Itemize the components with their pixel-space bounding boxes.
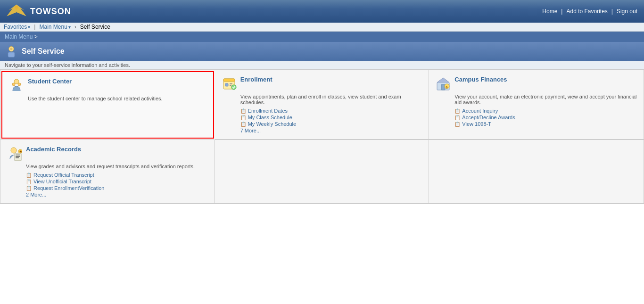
header-nav: Home | Add to Favorites | Sign out <box>540 7 639 16</box>
request-official-transcript-item: 📋 Request Official Transcript <box>26 172 208 178</box>
bottom-area <box>0 204 644 304</box>
campus-finances-desc: View your account, make an electronic pa… <box>454 94 637 105</box>
my-weekly-schedule-link[interactable]: My Weekly Schedule <box>248 121 297 127</box>
academic-records-header: ★ Academic Records <box>7 146 208 161</box>
favorites-arrow-icon: ▾ <box>28 25 30 30</box>
main-menu-arrow-icon: ▾ <box>68 25 71 30</box>
student-center-link[interactable]: Student Center <box>28 78 72 85</box>
request-enrollment-verification-item: 📋 Request EnrollmentVerification <box>26 185 208 191</box>
view-unofficial-transcript-link[interactable]: View Unofficial Transcript <box>33 179 91 184</box>
card-grid: Student Center Use the student center to… <box>0 70 644 204</box>
student-center-desc: Use the student center to manage school … <box>28 96 206 101</box>
svg-rect-3 <box>8 52 15 58</box>
svg-rect-20 <box>16 155 20 156</box>
favorites-bar: Favorites ▾ | Main Menu ▾ › Self Service <box>0 23 644 32</box>
my-class-schedule-link[interactable]: My Class Schedule <box>248 115 292 120</box>
svg-rect-11 <box>230 83 232 84</box>
title-bar: Self Service <box>0 42 644 61</box>
student-center-card: Student Center Use the student center to… <box>1 71 214 139</box>
header-logo: TOWSON <box>5 2 71 21</box>
account-inquiry-item: 📋 Account Inquiry <box>454 108 637 114</box>
logo-text: TOWSON <box>30 7 71 16</box>
accept-decline-link[interactable]: Accept/Decline Awards <box>462 115 515 120</box>
empty-card-3 <box>429 140 644 204</box>
enrollment-dates-link[interactable]: Enrollment Dates <box>248 108 288 114</box>
academic-records-card: ★ Academic Records View grades and advis… <box>0 140 215 204</box>
student-center-icon <box>9 78 24 93</box>
svg-text:$: $ <box>446 85 448 89</box>
academic-records-links: 📋 Request Official Transcript 📋 View Uno… <box>26 172 208 191</box>
header: TOWSON Home | Add to Favorites | Sign ou… <box>0 0 644 23</box>
svg-point-5 <box>14 79 19 84</box>
svg-rect-15 <box>441 84 445 90</box>
svg-rect-12 <box>230 85 231 86</box>
empty-card-2 <box>215 140 429 204</box>
enrollment-dates-item: 📋 Enrollment Dates <box>240 108 422 114</box>
main-menu-breadcrumb-link[interactable]: Main Menu <box>5 33 33 40</box>
request-enrollment-verification-link[interactable]: Request EnrollmentVerification <box>33 185 104 191</box>
view-unofficial-transcript-item: 📋 View Unofficial Transcript <box>26 179 208 184</box>
student-center-header: Student Center <box>9 78 206 93</box>
academic-records-icon: ★ <box>7 146 22 161</box>
enrollment-dates-icon: 📋 <box>240 108 246 114</box>
enrollment-links: 📋 Enrollment Dates 📋 My Class Schedule 📋… <box>240 108 422 127</box>
enrollment-header: Enrollment <box>222 76 422 91</box>
page-header-breadcrumb: Main Menu > <box>0 32 644 42</box>
home-link[interactable]: Home <box>540 7 559 16</box>
sign-out-link[interactable]: Sign out <box>615 7 639 16</box>
account-inquiry-icon: 📋 <box>454 108 460 114</box>
page-title: Self Service <box>22 47 65 56</box>
svg-rect-10 <box>225 83 228 86</box>
self-service-nav-label: Self Service <box>80 24 110 30</box>
accept-decline-item: 📋 Accept/Decline Awards <box>454 115 637 120</box>
my-weekly-schedule-icon: 📋 <box>240 122 246 127</box>
main-menu-nav[interactable]: Main Menu ▾ <box>39 24 70 30</box>
enrollment-more-link[interactable]: 7 More... <box>240 128 422 133</box>
svg-rect-21 <box>16 156 20 157</box>
content-area: Student Center Use the student center to… <box>0 70 644 304</box>
view-unofficial-transcript-icon: 📋 <box>26 179 32 184</box>
academic-records-link[interactable]: Academic Records <box>26 146 81 153</box>
svg-point-6 <box>12 83 15 86</box>
academic-records-more-link[interactable]: 2 More... <box>26 192 208 197</box>
svg-point-7 <box>18 83 21 86</box>
self-service-icon <box>5 45 18 58</box>
campus-finances-card: $ Campus Finances View your account, mak… <box>429 70 644 140</box>
svg-point-4 <box>10 48 12 50</box>
enrollment-link[interactable]: Enrollment <box>240 76 272 83</box>
subtitle-bar: Navigate to your self-service informatio… <box>0 61 644 70</box>
svg-point-18 <box>11 148 17 153</box>
request-official-transcript-icon: 📋 <box>26 173 32 178</box>
request-official-transcript-link[interactable]: Request Official Transcript <box>33 172 94 178</box>
favorites-menu[interactable]: Favorites ▾ <box>4 24 30 30</box>
add-favorites-link[interactable]: Add to Favorites <box>564 7 609 16</box>
campus-finances-links: 📋 Account Inquiry 📋 Accept/Decline Award… <box>454 108 637 127</box>
campus-finances-icon: $ <box>436 76 451 91</box>
subtitle-text: Navigate to your self-service informatio… <box>5 62 130 68</box>
enrollment-desc: View appointments, plan and enroll in cl… <box>240 94 422 105</box>
my-class-schedule-icon: 📋 <box>240 115 246 120</box>
svg-rect-22 <box>16 157 19 158</box>
enrollment-icon <box>222 76 237 91</box>
svg-rect-9 <box>223 79 235 82</box>
view-1098t-item: 📋 View 1098-T <box>454 121 637 127</box>
my-class-schedule-item: 📋 My Class Schedule <box>240 115 422 120</box>
view-1098t-link[interactable]: View 1098-T <box>462 121 491 127</box>
campus-finances-header: $ Campus Finances <box>436 76 637 91</box>
enrollment-card: Enrollment View appointments, plan and e… <box>215 70 429 140</box>
accept-decline-icon: 📋 <box>454 115 460 120</box>
account-inquiry-link[interactable]: Account Inquiry <box>462 108 498 114</box>
campus-finances-link[interactable]: Campus Finances <box>454 76 507 83</box>
view-1098t-icon: 📋 <box>454 122 460 127</box>
request-enrollment-verification-icon: 📋 <box>26 186 32 191</box>
academic-records-desc: View grades and advisors and request tra… <box>26 164 208 169</box>
my-weekly-schedule-item: 📋 My Weekly Schedule <box>240 121 422 127</box>
svg-point-13 <box>231 85 236 90</box>
svg-rect-19 <box>15 153 21 161</box>
